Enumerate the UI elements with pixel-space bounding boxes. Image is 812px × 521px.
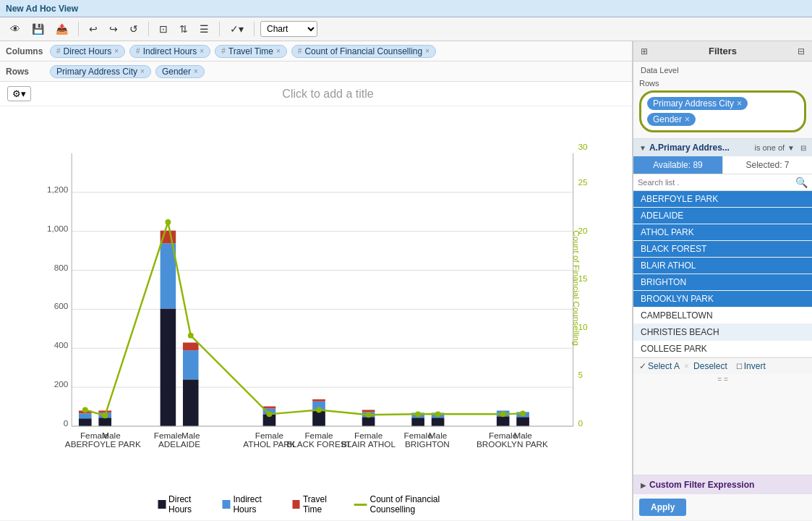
chart-type-select[interactable]: Chart Table Crosstab (260, 21, 317, 37)
rows-box: Primary Address City × Gender × (639, 90, 806, 132)
undo-btn[interactable]: ↩ (85, 20, 102, 38)
svg-text:0: 0 (64, 418, 69, 428)
invert-btn[interactable]: ☐ Invert (736, 361, 766, 371)
view-icon-btn[interactable]: 👁 (6, 20, 25, 38)
svg-point-74 (316, 407, 322, 413)
legend-indirect-hours: Indirect Hours (223, 494, 281, 514)
svg-text:Male: Male (102, 431, 121, 440)
svg-rect-50 (362, 417, 375, 426)
filter-collapse-arrow: ▼ (639, 144, 646, 152)
redo-btn[interactable]: ↪ (105, 20, 122, 38)
svg-point-78 (500, 411, 506, 417)
toolbar: 👁 💾 📤 ↩ ↪ ↺ ⊡ ⇅ ☰ ✓▾ Chart Table Crossta… (0, 17, 812, 41)
svg-point-73 (267, 411, 273, 417)
filter-block-title: A.Primary Addres... (649, 143, 752, 153)
chart-svg: 0 200 400 600 800 1,000 1,200 0 5 10 15 … (43, 114, 596, 462)
svg-rect-64 (516, 417, 529, 426)
main-layout: Columns # Direct Hours × # Indirect Hour… (0, 41, 812, 520)
legend-count-financial: Count of Financial Counselling (354, 494, 474, 514)
legend-direct-hours-box (158, 500, 166, 509)
search-input[interactable] (638, 178, 795, 187)
svg-text:400: 400 (54, 340, 69, 350)
city-item-3[interactable]: BLACK FOREST (633, 241, 812, 258)
svg-text:ABERFOYLE PARK: ABERFOYLE PARK (65, 439, 141, 449)
columns-row: Columns # Direct Hours × # Indirect Hour… (0, 41, 632, 62)
svg-point-71 (165, 219, 171, 225)
rows-label: Rows (6, 67, 46, 77)
svg-rect-45 (312, 410, 325, 426)
city-item-0[interactable]: ABERFOYLE PARK (633, 191, 812, 208)
legend-indirect-hours-box (223, 500, 231, 509)
rows-section: Rows Primary Address City × Gender × (633, 76, 812, 135)
rows-row: Rows Primary Address City × Gender × (0, 62, 632, 82)
chart-title[interactable]: Click to add a title (31, 88, 625, 101)
svg-point-75 (366, 412, 372, 418)
row-filter-tag-0[interactable]: Primary Address City × (647, 97, 748, 110)
svg-text:Female: Female (354, 431, 383, 440)
svg-text:600: 600 (54, 301, 69, 310)
deselect-btn[interactable]: Deselect (693, 361, 727, 371)
app-title-bar: New Ad Hoc View (0, 0, 812, 17)
column-tag-0[interactable]: # Direct Hours × (50, 45, 125, 58)
city-item-8[interactable]: CHRISTIES BEACH (633, 324, 812, 341)
check-btn[interactable]: ✓▾ (226, 20, 248, 38)
apply-button[interactable]: Apply (639, 499, 686, 516)
svg-rect-55 (411, 418, 424, 426)
column-tag-3[interactable]: # Count of Financial Counselling × (291, 45, 436, 58)
chart-title-bar: ⚙▾ Click to add a title (0, 82, 632, 106)
switch-view-btn[interactable]: ⊡ (155, 20, 172, 38)
separator-3 (219, 22, 220, 36)
svg-rect-22 (79, 418, 92, 426)
search-box: 🔍 (633, 174, 812, 191)
export-btn[interactable]: 📤 (51, 20, 72, 38)
svg-text:Male: Male (181, 431, 200, 440)
svg-rect-27 (98, 410, 111, 412)
city-item-5[interactable]: BRIGHTON (633, 274, 812, 291)
row-tag-1[interactable]: Gender × (155, 65, 205, 78)
refresh-btn[interactable]: ↺ (125, 20, 142, 38)
custom-filter-header[interactable]: ▶ Custom Filter Expression (633, 475, 812, 494)
svg-rect-36 (183, 342, 199, 350)
filter-panel: ⊞ Filters ⊟ Data Level Rows Primary Addr… (633, 41, 812, 520)
layout-btn[interactable]: ☰ (195, 20, 213, 38)
collapse-handle[interactable]: = = (633, 374, 812, 385)
chart-legend: Direct Hours Indirect Hours Travel Time … (158, 494, 474, 514)
selected-tab[interactable]: Selected: 7 (723, 156, 812, 174)
gear-button[interactable]: ⚙▾ (7, 86, 31, 101)
svg-text:BLAIR ATHOL: BLAIR ATHOL (341, 439, 396, 449)
city-item-7[interactable]: CAMPBELLTOWN (633, 308, 812, 324)
column-tag-1[interactable]: # Indirect Hours × (129, 45, 210, 58)
filter-options-btn[interactable]: ⊟ (798, 46, 805, 56)
save-btn[interactable]: 💾 (27, 20, 48, 38)
filter-block-options-btn[interactable]: ⊟ (800, 144, 806, 152)
svg-text:Female: Female (304, 431, 333, 440)
filter-block: ▼ A.Primary Addres... is one of ▼ ⊟ Avai… (633, 138, 812, 385)
legend-travel-time: Travel Time (292, 494, 342, 514)
city-item-1[interactable]: ADELAIDE (633, 208, 812, 224)
search-icon: 🔍 (795, 177, 808, 188)
svg-point-77 (435, 411, 441, 417)
select-all-btn[interactable]: ✓ Select A (639, 361, 680, 371)
city-list[interactable]: ABERFOYLE PARK ADELAIDE ATHOL PARK BLACK… (633, 191, 812, 357)
svg-text:800: 800 (54, 263, 69, 272)
city-item-6[interactable]: BROOKLYN PARK (633, 291, 812, 308)
row-tag-0[interactable]: Primary Address City × (50, 65, 151, 78)
city-item-4[interactable]: BLAIR ATHOL (633, 258, 812, 274)
available-tab[interactable]: Available: 89 (633, 156, 723, 174)
row-filter-tag-1[interactable]: Gender × (647, 113, 696, 126)
city-item-2[interactable]: ATHOL PARK (633, 224, 812, 241)
column-tag-2[interactable]: # Travel Time × (215, 45, 287, 58)
filter-icon: ⊞ (641, 46, 648, 56)
custom-filter-section: ▶ Custom Filter Expression Apply (633, 475, 812, 520)
svg-rect-52 (362, 410, 375, 412)
data-level-label: Data Level (633, 62, 812, 76)
svg-rect-31 (161, 308, 176, 426)
svg-text:Male: Male (429, 431, 448, 440)
svg-text:Female: Female (154, 431, 183, 440)
svg-rect-34 (183, 379, 199, 426)
city-item-9[interactable]: COLLEGE PARK (633, 341, 812, 357)
separator-4 (254, 22, 255, 36)
filter-block-header[interactable]: ▼ A.Primary Addres... is one of ▼ ⊟ (633, 139, 812, 156)
filter-condition-arrow: ▼ (787, 144, 795, 152)
sort-btn[interactable]: ⇅ (175, 20, 192, 38)
